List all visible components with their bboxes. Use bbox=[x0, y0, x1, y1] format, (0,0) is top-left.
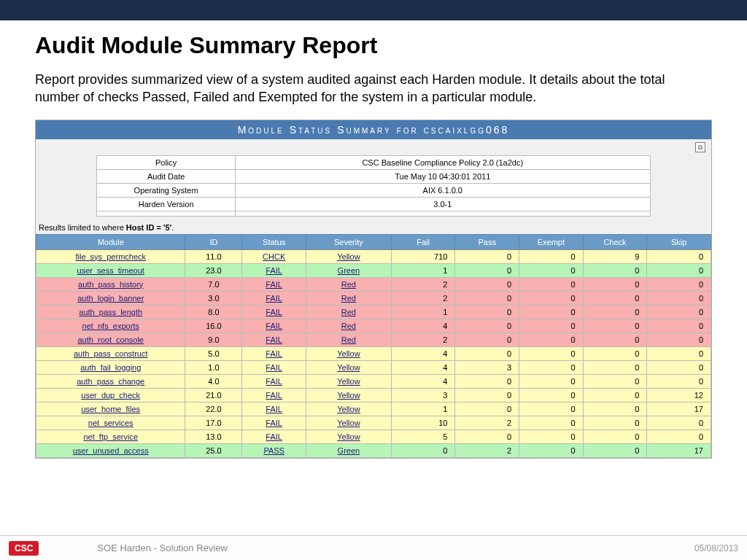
grid-link-cell[interactable]: auth_pass_change bbox=[36, 374, 185, 388]
grid-link-cell[interactable]: net_ftp_service bbox=[36, 429, 185, 443]
export-row: ⧉ bbox=[36, 139, 711, 155]
grid-link-cell[interactable]: Yellow bbox=[306, 249, 391, 263]
grid-cell: 0 bbox=[519, 249, 584, 263]
grid-cell: 0 bbox=[647, 249, 711, 263]
grid-link-cell[interactable]: user_unused_access bbox=[36, 443, 185, 457]
grid-link-cell[interactable]: Yellow bbox=[306, 374, 391, 388]
grid-cell: 0 bbox=[583, 388, 647, 402]
grid-cell: 0 bbox=[519, 402, 584, 416]
grid-cell: 0 bbox=[647, 429, 711, 443]
grid-header[interactable]: Status bbox=[242, 234, 306, 249]
grid-header[interactable]: Fail bbox=[391, 234, 455, 249]
table-row: net_ftp_service13.0FAILYellow50000 bbox=[36, 429, 711, 443]
grid-header[interactable]: Module bbox=[36, 234, 185, 249]
grid-header[interactable]: Pass bbox=[455, 234, 519, 249]
grid-link-cell[interactable]: FAIL bbox=[242, 429, 306, 443]
grid-link-cell[interactable]: Red bbox=[306, 291, 391, 305]
grid-link-cell[interactable]: Yellow bbox=[306, 416, 391, 429]
meta-label bbox=[97, 211, 236, 216]
grid-cell: 0 bbox=[519, 346, 584, 360]
grid-link-cell[interactable]: Green bbox=[306, 443, 391, 457]
grid-cell: 0 bbox=[647, 291, 711, 305]
grid-link-cell[interactable]: Red bbox=[306, 332, 391, 346]
grid-cell: 0 bbox=[455, 374, 519, 388]
grid-cell: 0 bbox=[583, 360, 647, 374]
grid-link-cell[interactable]: auth_pass_history bbox=[36, 277, 185, 291]
grid-link-cell[interactable]: auth_fail_logging bbox=[36, 360, 185, 374]
grid-cell: 0 bbox=[455, 346, 519, 360]
meta-table: PolicyCSC Baseline Compliance Policy 2.0… bbox=[96, 155, 650, 217]
grid-link-cell[interactable]: FAIL bbox=[242, 360, 306, 374]
grid-link-cell[interactable]: user_home_files bbox=[36, 402, 185, 416]
export-icon[interactable]: ⧉ bbox=[695, 142, 705, 152]
grid-header[interactable]: Skip bbox=[647, 234, 711, 249]
table-row: file_sys_permcheck11.0CHCKYellow7100090 bbox=[36, 249, 711, 263]
grid-link-cell[interactable]: FAIL bbox=[242, 402, 306, 416]
grid-link-cell[interactable]: FAIL bbox=[242, 346, 306, 360]
grid-link-cell[interactable]: user_dup_check bbox=[36, 388, 185, 402]
meta-value: Tue May 10 04:30:01 2011 bbox=[235, 169, 650, 183]
grid-header[interactable]: Check bbox=[583, 234, 647, 249]
grid-link-cell[interactable]: FAIL bbox=[242, 416, 306, 429]
grid-link-cell[interactable]: auth_pass_construct bbox=[36, 346, 185, 360]
grid-link-cell[interactable]: file_sys_permcheck bbox=[36, 249, 185, 263]
grid-link-cell[interactable]: Yellow bbox=[306, 402, 391, 416]
grid-cell: 0 bbox=[455, 429, 519, 443]
table-row: auth_login_banner3.0FAILRed20000 bbox=[36, 291, 711, 305]
grid-cell: 17 bbox=[647, 402, 711, 416]
grid-link-cell[interactable]: Red bbox=[306, 305, 391, 319]
grid-link-cell[interactable]: auth_login_banner bbox=[36, 291, 185, 305]
grid-header[interactable]: ID bbox=[185, 234, 242, 249]
grid-link-cell[interactable]: Yellow bbox=[306, 429, 391, 443]
grid-cell: 0 bbox=[519, 291, 584, 305]
grid-header[interactable]: Severity bbox=[306, 234, 391, 249]
grid-header[interactable]: Exempt bbox=[519, 234, 584, 249]
grid-cell: 0 bbox=[455, 263, 519, 277]
grid-cell: 16.0 bbox=[185, 319, 242, 332]
grid-cell: 0 bbox=[647, 374, 711, 388]
grid-cell: 0 bbox=[519, 277, 584, 291]
grid-cell: 0 bbox=[647, 416, 711, 429]
grid-link-cell[interactable]: FAIL bbox=[242, 291, 306, 305]
grid-link-cell[interactable]: FAIL bbox=[242, 374, 306, 388]
grid-cell: 0 bbox=[455, 277, 519, 291]
grid-cell: 0 bbox=[519, 332, 584, 346]
grid-cell: 17 bbox=[647, 443, 711, 457]
grid-link-cell[interactable]: FAIL bbox=[242, 332, 306, 346]
grid-link-cell[interactable]: net_services bbox=[36, 416, 185, 429]
grid-link-cell[interactable]: PASS bbox=[242, 443, 306, 457]
grid-link-cell[interactable]: Green bbox=[306, 263, 391, 277]
results-note-suffix: . bbox=[171, 223, 174, 232]
grid-link-cell[interactable]: FAIL bbox=[242, 263, 306, 277]
grid-cell: 1 bbox=[391, 305, 455, 319]
grid-link-cell[interactable]: auth_pass_length bbox=[36, 305, 185, 319]
grid-cell: 0 bbox=[519, 416, 584, 429]
grid-link-cell[interactable]: auth_root_console bbox=[36, 332, 185, 346]
grid-cell: 0 bbox=[519, 319, 584, 332]
grid-cell: 710 bbox=[391, 249, 455, 263]
grid-cell: 0 bbox=[583, 402, 647, 416]
grid-link-cell[interactable]: Red bbox=[306, 319, 391, 332]
grid-link-cell[interactable]: Yellow bbox=[306, 360, 391, 374]
grid-cell: 3 bbox=[455, 360, 519, 374]
grid-cell: 0 bbox=[391, 443, 455, 457]
grid-link-cell[interactable]: net_nfs_exports bbox=[36, 319, 185, 332]
grid-link-cell[interactable]: Yellow bbox=[306, 346, 391, 360]
grid-link-cell[interactable]: user_sess_timeout bbox=[36, 263, 185, 277]
grid-cell: 0 bbox=[583, 374, 647, 388]
grid-link-cell[interactable]: FAIL bbox=[242, 305, 306, 319]
grid-link-cell[interactable]: FAIL bbox=[242, 277, 306, 291]
grid-cell: 0 bbox=[583, 429, 647, 443]
grid-cell: 0 bbox=[519, 263, 584, 277]
grid-link-cell[interactable]: CHCK bbox=[242, 249, 306, 263]
table-row: auth_pass_history7.0FAILRed20000 bbox=[36, 277, 711, 291]
grid-link-cell[interactable]: FAIL bbox=[242, 319, 306, 332]
grid-link-cell[interactable]: Red bbox=[306, 277, 391, 291]
slide-footer: CSC SOE Harden - Solution Review 05/08/2… bbox=[0, 535, 747, 560]
grid-cell: 0 bbox=[519, 374, 584, 388]
results-note-prefix: Results limited to where bbox=[39, 223, 126, 232]
grid-cell: 5.0 bbox=[185, 346, 242, 360]
grid-link-cell[interactable]: FAIL bbox=[242, 388, 306, 402]
grid-link-cell[interactable]: Yellow bbox=[306, 388, 391, 402]
grid-cell: 0 bbox=[647, 319, 711, 332]
